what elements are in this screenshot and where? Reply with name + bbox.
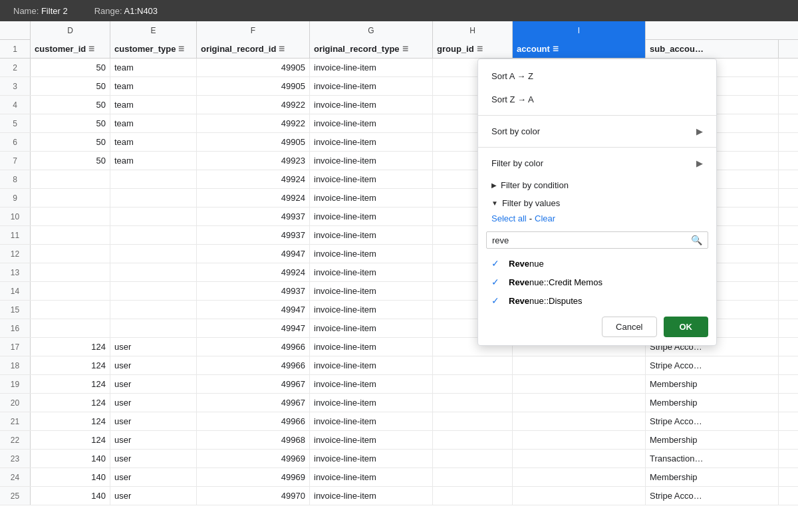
header-account[interactable]: account ☰ (513, 40, 646, 58)
cell-d-10[interactable] (31, 207, 110, 225)
header-sub-account[interactable]: sub_accou… (646, 40, 779, 58)
filter-icon-i[interactable]: ☰ (553, 45, 559, 53)
filter-value-revenue-disputes[interactable]: ✓ Revenue::Disputes (478, 291, 716, 310)
cell-g-24[interactable]: invoice-line-item (310, 468, 433, 486)
cell-e-10[interactable] (110, 207, 197, 225)
cell-f-15[interactable]: 49947 (197, 301, 310, 319)
cell-d-22[interactable]: 124 (31, 431, 110, 449)
cell-f-13[interactable]: 49924 (197, 263, 310, 281)
cell-e-13[interactable] (110, 263, 197, 281)
cell-g-22[interactable]: invoice-line-item (310, 431, 433, 449)
header-original-record-id[interactable]: original_record_id ☰ (197, 40, 310, 58)
cell-f-8[interactable]: 49924 (197, 170, 310, 188)
cell-j-25[interactable]: Stripe Acco… (646, 487, 779, 505)
filter-value-revenue-credit[interactable]: ✓ Revenue::Credit Memos (478, 273, 716, 291)
cell-f-12[interactable]: 49947 (197, 245, 310, 263)
cell-f-23[interactable]: 49969 (197, 450, 310, 467)
cell-g-8[interactable]: invoice-line-item (310, 170, 433, 188)
cell-e-21[interactable]: user (110, 412, 197, 430)
cell-g-6[interactable]: invoice-line-item (310, 133, 433, 151)
filter-search-input[interactable] (492, 235, 687, 245)
filter-icon-h[interactable]: ☰ (477, 45, 483, 53)
cell-d-16[interactable] (31, 319, 110, 337)
cell-e-4[interactable]: team (110, 96, 197, 114)
header-customer-id[interactable]: customer_id ☰ (31, 40, 110, 58)
cell-g-18[interactable]: invoice-line-item (310, 356, 433, 374)
cell-g-21[interactable]: invoice-line-item (310, 412, 433, 430)
cell-f-11[interactable]: 49937 (197, 226, 310, 244)
cell-j-23[interactable]: Transaction… (646, 450, 779, 467)
cell-e-23[interactable]: user (110, 450, 197, 467)
cell-j-24[interactable]: Membership (646, 468, 779, 486)
select-all-button[interactable]: Select all (491, 213, 527, 223)
ok-button[interactable]: OK (664, 317, 709, 337)
cell-f-14[interactable]: 49937 (197, 282, 310, 300)
cell-d-5[interactable]: 50 (31, 114, 110, 132)
filter-icon-f[interactable]: ☰ (279, 45, 285, 53)
cell-e-7[interactable]: team (110, 152, 197, 170)
col-header-g[interactable]: G (310, 21, 433, 40)
cell-d-18[interactable]: 124 (31, 356, 110, 374)
cell-e-2[interactable]: team (110, 59, 197, 76)
cell-d-11[interactable] (31, 226, 110, 244)
cell-f-6[interactable]: 49905 (197, 133, 310, 151)
cell-f-22[interactable]: 49968 (197, 431, 310, 449)
sort-za-item[interactable]: Sort Z → A (478, 88, 716, 111)
cell-f-18[interactable]: 49966 (197, 356, 310, 374)
cell-j-20[interactable]: Membership (646, 394, 779, 412)
cell-d-20[interactable]: 124 (31, 394, 110, 412)
cell-f-9[interactable]: 49924 (197, 189, 310, 207)
cell-g-19[interactable]: invoice-line-item (310, 375, 433, 393)
cell-i-20[interactable] (513, 394, 646, 412)
cell-d-19[interactable]: 124 (31, 375, 110, 393)
cell-e-24[interactable]: user (110, 468, 197, 486)
cell-g-16[interactable]: invoice-line-item (310, 319, 433, 337)
cell-g-13[interactable]: invoice-line-item (310, 263, 433, 281)
cell-g-14[interactable]: invoice-line-item (310, 282, 433, 300)
cell-g-15[interactable]: invoice-line-item (310, 301, 433, 319)
cell-f-17[interactable]: 49966 (197, 338, 310, 356)
cell-f-7[interactable]: 49923 (197, 152, 310, 170)
cell-e-18[interactable]: user (110, 356, 197, 374)
cell-g-9[interactable]: invoice-line-item (310, 189, 433, 207)
cell-e-5[interactable]: team (110, 114, 197, 132)
cell-i-21[interactable] (513, 412, 646, 430)
cell-e-6[interactable]: team (110, 133, 197, 151)
filter-icon-e[interactable]: ☰ (178, 45, 184, 53)
col-header-e[interactable]: E (110, 21, 197, 40)
header-customer-type[interactable]: customer_type ☰ (110, 40, 197, 58)
cell-f-2[interactable]: 49905 (197, 59, 310, 76)
cell-f-16[interactable]: 49947 (197, 319, 310, 337)
cell-d-15[interactable] (31, 301, 110, 319)
header-original-record-type[interactable]: original_record_type ☰ (310, 40, 433, 58)
cell-i-23[interactable] (513, 450, 646, 467)
cell-d-12[interactable] (31, 245, 110, 263)
cell-h-24[interactable] (433, 468, 513, 486)
cell-d-8[interactable] (31, 170, 110, 188)
filter-icon-g[interactable]: ☰ (402, 45, 408, 53)
cell-e-12[interactable] (110, 245, 197, 263)
cell-d-7[interactable]: 50 (31, 152, 110, 170)
cell-f-25[interactable]: 49970 (197, 487, 310, 505)
col-header-i[interactable]: I (513, 21, 646, 40)
cell-e-11[interactable] (110, 226, 197, 244)
cancel-button[interactable]: Cancel (602, 317, 656, 337)
cell-h-21[interactable] (433, 412, 513, 430)
cell-d-4[interactable]: 50 (31, 96, 110, 114)
cell-h-19[interactable] (433, 375, 513, 393)
cell-d-6[interactable]: 50 (31, 133, 110, 151)
cell-d-2[interactable]: 50 (31, 59, 110, 76)
filter-value-revenue[interactable]: ✓ Revenue (478, 254, 716, 273)
cell-i-18[interactable] (513, 356, 646, 374)
cell-e-9[interactable] (110, 189, 197, 207)
filter-dropdown[interactable]: Sort A → Z Sort Z → A Sort by color ▶ Fi… (477, 59, 717, 346)
filter-icon-d[interactable]: ☰ (88, 45, 94, 53)
cell-g-23[interactable]: invoice-line-item (310, 450, 433, 467)
cell-e-19[interactable]: user (110, 375, 197, 393)
cell-g-4[interactable]: invoice-line-item (310, 96, 433, 114)
cell-j-18[interactable]: Stripe Acco… (646, 356, 779, 374)
cell-e-3[interactable]: team (110, 77, 197, 95)
cell-g-5[interactable]: invoice-line-item (310, 114, 433, 132)
header-group-id[interactable]: group_id ☰ (433, 40, 513, 58)
cell-h-25[interactable] (433, 487, 513, 505)
